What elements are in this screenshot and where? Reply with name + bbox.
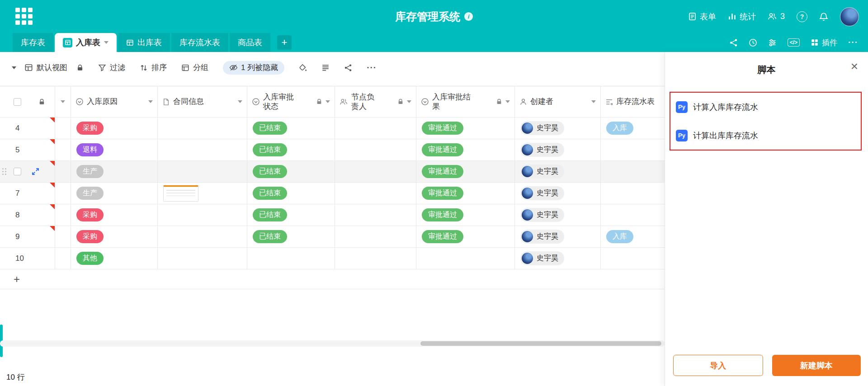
paint-icon[interactable] (299, 64, 307, 72)
column-header-contract[interactable]: 合同信息 (158, 86, 247, 118)
creator-cell[interactable]: 史宇昊 (515, 139, 601, 161)
chevron-down-icon[interactable] (505, 100, 510, 103)
approval-status-cell[interactable]: 已结束 (247, 118, 335, 139)
script-item-outbound-flow[interactable]: Py 计算出库库存流水 (670, 121, 861, 150)
reason-cell[interactable]: 生产 (71, 183, 158, 204)
approval-result-cell[interactable]: 审批通过 (416, 183, 515, 204)
sliders-icon[interactable] (768, 38, 777, 47)
script-item-inbound-flow[interactable]: Py 计算入库库存流水 (670, 93, 861, 121)
notifications-button[interactable] (819, 12, 828, 21)
creator-cell[interactable]: 史宇昊 (515, 226, 601, 248)
creator-cell[interactable]: 史宇昊 (515, 248, 601, 269)
plugins-button[interactable]: 插件 (811, 38, 837, 48)
import-button[interactable]: 导入 (673, 355, 763, 376)
app-grid-logo-icon[interactable] (15, 8, 33, 25)
column-header-node-owner[interactable]: 节点负责人 (335, 86, 416, 118)
approval-status-cell[interactable]: 已结束 (247, 204, 335, 226)
contract-cell[interactable] (158, 204, 247, 226)
approval-result-cell[interactable]: 审批通过 (416, 226, 515, 248)
node-owner-cell[interactable] (335, 161, 416, 183)
lock-icon[interactable] (76, 64, 84, 71)
column-header-approval-result[interactable]: 入库审批结果 (416, 86, 515, 118)
chevron-down-icon[interactable] (148, 100, 153, 103)
approval-status-cell[interactable] (247, 248, 335, 269)
chevron-down-icon[interactable] (407, 100, 411, 103)
contract-cell[interactable] (158, 226, 247, 248)
approval-result-cell[interactable]: 审批通过 (416, 204, 515, 226)
reason-cell[interactable]: 采购 (71, 204, 158, 226)
more-icon[interactable]: ··· (848, 38, 858, 47)
user-avatar[interactable] (840, 7, 859, 26)
add-table-button[interactable]: + (277, 35, 292, 50)
reason-cell[interactable]: 其他 (71, 248, 158, 269)
chevron-down-icon[interactable] (591, 100, 596, 103)
row-select-cell[interactable]: 5 (0, 139, 55, 161)
filter-button[interactable]: 过滤 (98, 62, 125, 73)
stats-button[interactable]: 统计 (728, 11, 756, 22)
reason-cell[interactable]: 采购 (71, 226, 158, 248)
row-select-cell[interactable]: 8 (0, 204, 55, 226)
help-button[interactable]: ? (797, 11, 807, 22)
flow-link-cell[interactable] (601, 204, 665, 226)
approval-status-cell[interactable]: 已结束 (247, 139, 335, 161)
reason-cell[interactable]: 生产 (71, 161, 158, 183)
row-select-cell[interactable]: 10 (0, 248, 55, 269)
hidden-column-header[interactable] (55, 86, 71, 118)
hidden-columns-button[interactable]: 1 列被隐藏 (223, 61, 284, 75)
contract-cell[interactable] (158, 248, 247, 269)
attachment-thumbnail[interactable] (163, 185, 198, 202)
horizontal-scrollbar-thumb[interactable] (420, 341, 661, 346)
flow-link-cell[interactable] (601, 139, 665, 161)
form-button[interactable]: 表单 (688, 11, 716, 22)
approval-status-cell[interactable]: 已结束 (247, 183, 335, 204)
approval-result-cell[interactable] (416, 248, 515, 269)
reason-cell[interactable]: 采购 (71, 118, 158, 139)
collapse-views-icon[interactable] (12, 66, 16, 69)
new-script-button[interactable]: 新建脚本 (772, 355, 861, 376)
row-select-cell[interactable]: 9 (0, 226, 55, 248)
tab-inventory[interactable]: 库存表 (13, 33, 53, 52)
flow-link-cell[interactable] (601, 161, 665, 183)
share-view-icon[interactable] (344, 64, 352, 72)
contract-cell[interactable] (158, 118, 247, 139)
drag-handle-icon[interactable] (2, 168, 4, 169)
flow-link-cell[interactable]: 入库 (601, 118, 665, 139)
creator-cell[interactable]: 史宇昊 (515, 118, 601, 139)
flow-link-cell[interactable]: 入库 (601, 226, 665, 248)
code-icon[interactable]: </> (788, 38, 800, 47)
approval-status-cell[interactable]: 已结束 (247, 226, 335, 248)
row-select-cell[interactable]: 7 (0, 183, 55, 204)
add-row-button[interactable]: + (0, 269, 665, 289)
node-owner-cell[interactable] (335, 204, 416, 226)
contract-cell[interactable] (158, 161, 247, 183)
creator-cell[interactable]: 史宇昊 (515, 183, 601, 204)
toolbar-more-icon[interactable]: ··· (367, 63, 377, 73)
flow-link-cell[interactable] (601, 248, 665, 269)
approval-status-cell[interactable]: 已结束 (247, 161, 335, 183)
select-all-checkbox[interactable] (14, 98, 21, 106)
approval-result-cell[interactable]: 审批通过 (416, 118, 515, 139)
row-height-icon[interactable] (321, 64, 330, 72)
row-select-cell[interactable] (0, 161, 55, 183)
column-header-creator[interactable]: 创建者 (515, 86, 601, 118)
view-switcher[interactable]: 默认视图 (24, 62, 67, 73)
contract-cell[interactable] (158, 139, 247, 161)
expand-record-icon[interactable] (31, 167, 40, 176)
creator-cell[interactable]: 史宇昊 (515, 204, 601, 226)
tab-flow[interactable]: 库存流水表 (171, 33, 228, 52)
column-header-reason[interactable]: 入库原因 (71, 86, 158, 118)
creator-cell[interactable]: 史宇昊 (515, 161, 601, 183)
chevron-down-icon[interactable] (104, 41, 108, 44)
chevron-down-icon[interactable] (326, 100, 330, 103)
horizontal-scrollbar-track[interactable] (0, 340, 665, 347)
approval-result-cell[interactable]: 审批通过 (416, 139, 515, 161)
column-header-flow-link[interactable]: 库存流水表 (601, 86, 665, 118)
tab-product[interactable]: 商品表 (230, 33, 270, 52)
chevron-down-icon[interactable] (238, 100, 242, 103)
tab-outbound[interactable]: 出库表 (118, 33, 170, 52)
collaborators-button[interactable]: 3 (768, 12, 785, 21)
history-icon[interactable] (749, 38, 757, 47)
info-icon[interactable]: i (464, 12, 473, 21)
node-owner-cell[interactable] (335, 183, 416, 204)
close-icon[interactable]: × (851, 60, 858, 73)
